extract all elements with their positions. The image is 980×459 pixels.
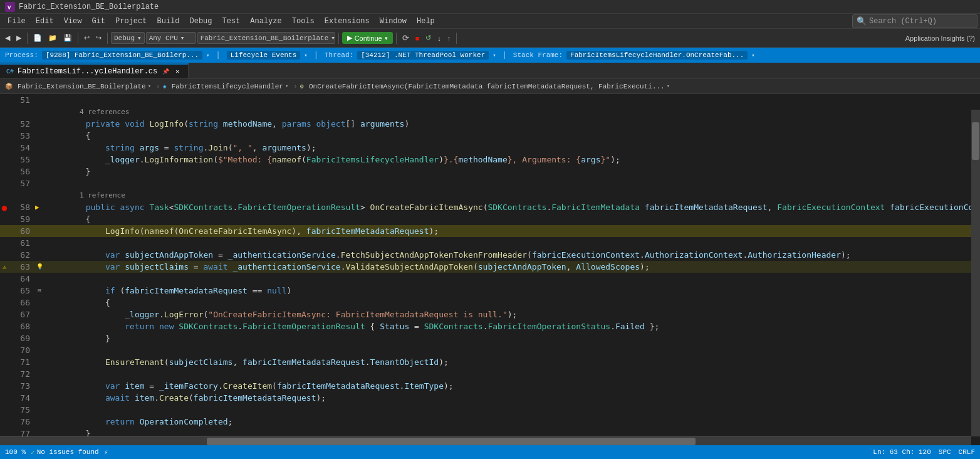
line-73: 73 var item = _itemFactory.CreateItem(fa…	[0, 380, 980, 392]
line-63: ⚠ 63 💡 var subjectClaims = await _authen…	[0, 261, 980, 273]
process-value[interactable]: [9288] Fabric_Extension_BE_Boilerp...	[42, 51, 202, 60]
lifecycle-value[interactable]: Lifecycle Events	[227, 51, 301, 60]
menu-build[interactable]: Build	[152, 16, 184, 27]
save-button[interactable]: 💾	[61, 33, 75, 43]
class-icon: ◈	[163, 83, 167, 90]
restart-button[interactable]: ↺	[423, 33, 434, 43]
menu-debug[interactable]: Debug	[184, 16, 217, 27]
tab-icon: C#	[6, 68, 14, 75]
chevron-down-icon7[interactable]: ▾	[493, 52, 496, 59]
platform-dropdown[interactable]: Any CPU ▾	[146, 32, 196, 44]
line-65: 65 ⊟ if (fabricItemMetadataRequest == nu…	[0, 285, 980, 297]
search-placeholder: Search (Ctrl+Q)	[869, 17, 937, 26]
search-box[interactable]: 🔍 Search (Ctrl+Q)	[852, 14, 977, 28]
menu-test[interactable]: Test	[217, 16, 246, 27]
tab-fabricitemslifecyclehandler[interactable]: C# FabricItemsLif...ycleHandler.cs 📌 ✕	[0, 63, 189, 78]
project-dropdown[interactable]: Fabric_Extension_BE_Boilerplate ▾	[197, 32, 335, 44]
chevron-down-icon8[interactable]: ▾	[751, 52, 754, 59]
build-icon-item[interactable]: ⚡	[104, 448, 108, 456]
chevron-down-icon10: ▾	[285, 83, 288, 90]
menu-tools[interactable]: Tools	[287, 16, 320, 27]
debug-bar: Process: [9288] Fabric_Extension_BE_Boil…	[0, 48, 980, 63]
line-53: 53 {	[0, 130, 980, 142]
menu-window[interactable]: Window	[375, 16, 412, 27]
warning-icon-63: ⚠	[3, 261, 6, 273]
process-label: Process:	[5, 51, 38, 59]
nav-class[interactable]: FabricItemsLifecycleHandler ▾	[169, 82, 291, 92]
line-57: 57	[0, 177, 980, 189]
menu-git[interactable]: Git	[86, 16, 110, 27]
line-60: 60 LogInfo(nameof(OnCreateFabricItemAsyn…	[0, 225, 980, 237]
line-54: 54 string args = string.Join(", ", argum…	[0, 142, 980, 154]
stop-button[interactable]: ■	[413, 33, 422, 43]
encoding-label: SPC	[939, 448, 951, 456]
step-into-button[interactable]: ↓	[435, 33, 444, 43]
nav-sep1: ›	[156, 83, 160, 90]
menu-file[interactable]: File	[3, 16, 31, 27]
no-issues-item[interactable]: ✓ No issues found	[31, 448, 99, 456]
tab-label: FabricItemsLif...ycleHandler.cs	[18, 67, 157, 76]
menu-view[interactable]: View	[59, 16, 87, 27]
back-button[interactable]: ◀	[3, 33, 13, 43]
nav-method[interactable]: OnCreateFabricItemAsync(FabricItemMetada…	[306, 82, 672, 92]
line-69: 69 }	[0, 332, 980, 344]
undo-button[interactable]: ↩	[81, 33, 92, 43]
editor-main: 51 4 references 52 private void LogInfo(…	[0, 94, 980, 443]
build-icon: ⚡	[104, 448, 108, 456]
line-68: 68 return new SDKContracts.FabricItemOpe…	[0, 320, 980, 332]
chevron-down-icon6[interactable]: ▾	[304, 52, 307, 59]
exec-arrow-icon: ▶	[35, 201, 39, 213]
ref-count-4: 4 references	[0, 106, 980, 118]
chevron-down-icon4: ▾	[385, 35, 388, 41]
step-over-button[interactable]: ⟳	[400, 32, 412, 44]
encoding-item[interactable]: SPC	[939, 448, 951, 456]
line-52: 52 private void LogInfo(string methodNam…	[0, 118, 980, 130]
pipe-icon2: |	[314, 51, 318, 60]
line-67: 67 _logger.LogError("OnCreateFabricItemA…	[0, 309, 980, 320]
debug-mode-dropdown[interactable]: Debug ▾	[111, 32, 145, 44]
line-71: 71 EnsureTenant(subjectClaims, fabricIte…	[0, 356, 980, 368]
nav-project[interactable]: Fabric_Extension_BE_Boilerplate ▾	[15, 82, 154, 92]
stack-value[interactable]: FabricItemsLifecycleHandler.OnCreateFab.…	[566, 51, 748, 60]
line-70: 70	[0, 344, 980, 356]
step-out-button[interactable]: ↑	[445, 33, 454, 43]
pipe-icon: |	[216, 51, 220, 60]
chevron-down-icon5[interactable]: ▾	[206, 52, 209, 59]
chevron-down-icon2: ▾	[180, 34, 185, 42]
scrollbar-thumb[interactable]	[207, 438, 696, 445]
line-ending-item[interactable]: CRLF	[959, 448, 975, 456]
fold-icon-65[interactable]: ⊟	[38, 285, 41, 297]
line-51: 51	[0, 94, 980, 106]
redo-button[interactable]: ↪	[93, 33, 104, 43]
ref-count-1: 1 reference	[0, 189, 980, 201]
zoom-label: 100 %	[5, 448, 26, 456]
open-button[interactable]: 📁	[46, 33, 60, 43]
menu-analyze[interactable]: Analyze	[245, 16, 286, 27]
forward-button[interactable]: ▶	[14, 33, 24, 43]
line-59: 59 {	[0, 213, 980, 225]
new-file-button[interactable]: 📄	[31, 33, 44, 43]
chevron-down-icon: ▾	[137, 34, 142, 42]
menu-edit[interactable]: Edit	[31, 16, 59, 27]
menu-project[interactable]: Project	[110, 16, 152, 27]
menu-help[interactable]: Help	[412, 16, 440, 27]
code-editor[interactable]: 51 4 references 52 private void LogInfo(…	[0, 94, 980, 443]
menu-extensions[interactable]: Extensions	[320, 16, 375, 27]
tab-close-button[interactable]: ✕	[173, 67, 182, 76]
line-col-item[interactable]: Ln: 63 Ch: 120	[873, 448, 930, 456]
line-55: 55 _logger.LogInformation($"Method: {nam…	[0, 154, 980, 166]
chevron-down-icon9: ▾	[148, 83, 151, 90]
debug-mode-label: Debug	[114, 34, 135, 42]
nav-bar: 📦 Fabric_Extension_BE_Boilerplate ▾ › ◈ …	[0, 79, 980, 94]
app-insights-button[interactable]: Application Insights (?)	[903, 33, 977, 43]
horizontal-scrollbar[interactable]	[0, 436, 971, 445]
pin-icon[interactable]: 📌	[162, 68, 169, 75]
zoom-item[interactable]: 100 %	[5, 448, 26, 456]
vertical-scrollbar-thumb[interactable]	[972, 122, 979, 160]
nav-project-label: Fabric_Extension_BE_Boilerplate	[18, 83, 146, 90]
lightbulb-icon: 💡	[36, 261, 43, 273]
line-75: 75	[0, 404, 980, 416]
thread-value[interactable]: [34212] .NET ThreadPool Worker	[357, 51, 489, 60]
continue-button[interactable]: ▶ Continue ▾	[342, 32, 393, 44]
vertical-scrollbar[interactable]	[971, 110, 980, 436]
